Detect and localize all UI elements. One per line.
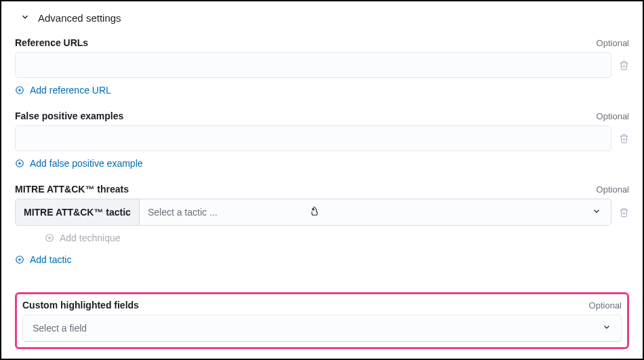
reference-urls-optional: Optional [597,38,629,48]
false-positive-input[interactable] [15,125,611,151]
mitre-threats-optional: Optional [597,184,629,195]
add-reference-url-button[interactable]: Add reference URL [15,85,111,96]
add-reference-url-label: Add reference URL [30,85,111,96]
custom-highlighted-fields-section: Custom highlighted fields Optional Selec… [15,292,629,349]
mitre-threats-label: MITRE ATT&CK™ threats [15,184,129,195]
cursor-icon [309,206,320,218]
trash-icon[interactable] [618,60,629,71]
custom-highlighted-fields-label: Custom highlighted fields [22,300,139,311]
add-tactic-label: Add tactic [30,254,71,265]
mitre-tactic-prepend: MITRE ATT&CK™ tactic [16,199,140,225]
add-technique-button: Add technique [45,233,121,243]
add-false-positive-button[interactable]: Add false positive example [15,158,143,169]
chevron-down-icon [602,323,611,334]
custom-highlighted-fields-placeholder: Select a field [33,323,87,334]
add-false-positive-label: Add false positive example [30,158,143,169]
custom-highlighted-fields-optional: Optional [589,300,622,311]
false-positive-label: False positive examples [15,111,123,121]
trash-icon[interactable] [618,207,629,218]
add-tactic-button[interactable]: Add tactic [15,254,71,265]
advanced-settings-title: Advanced settings [38,12,121,24]
trash-icon[interactable] [618,133,629,144]
reference-urls-label: Reference URLs [15,37,88,48]
add-technique-label: Add technique [60,233,121,243]
mitre-tactic-placeholder: Select a tactic ... [148,207,218,218]
mitre-tactic-select[interactable]: MITRE ATT&CK™ tactic Select a tactic ... [15,199,611,226]
chevron-down-icon [592,207,601,218]
false-positive-optional: Optional [597,111,629,121]
advanced-settings-toggle[interactable]: Advanced settings [20,12,629,24]
custom-highlighted-fields-select[interactable]: Select a field [22,315,622,342]
chevron-down-icon [20,12,30,24]
reference-url-input[interactable] [15,52,611,78]
